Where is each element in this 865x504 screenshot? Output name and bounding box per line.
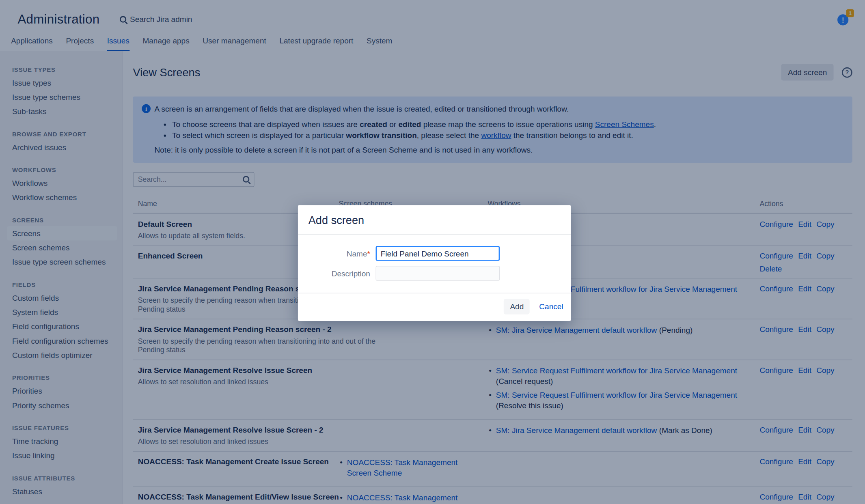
dialog-title: Add screen xyxy=(298,205,571,235)
add-screen-dialog: Add screen Name* Description Add Cancel xyxy=(298,205,571,321)
required-asterisk: * xyxy=(367,249,370,258)
name-label: Name* xyxy=(298,249,376,258)
jira-admin-page: Administration Search Jira admin ! 1 App… xyxy=(0,0,865,504)
name-field[interactable] xyxy=(376,246,500,261)
add-button[interactable]: Add xyxy=(504,299,530,314)
description-label: Description xyxy=(298,269,376,278)
cancel-button[interactable]: Cancel xyxy=(539,302,563,311)
description-field[interactable] xyxy=(376,266,500,281)
